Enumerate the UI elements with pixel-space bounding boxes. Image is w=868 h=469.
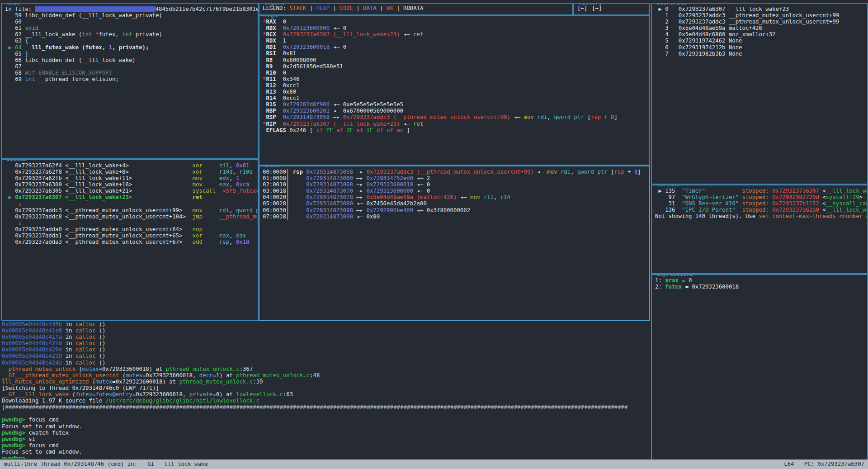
terminal-line: 1: $rax = 0 [655,277,867,284]
expressions-panel-body: 1: $rax = 02: futex = 0x729323600018 [652,275,867,460]
terminal-line: R15 0x729282d8f900 ◂— 0xe5e5e5e5e5e5e5e5 [263,101,649,108]
stack-panel: stack 00:0000│ rsp 0x729314873058 —▸ 0x7… [259,166,650,321]
legend-panel: legend LEGEND: STACK | HEAP | CODE | DAT… [259,3,573,15]
legend-panel-body: LEGEND: STACK | HEAP | CODE | DATA | WX … [259,4,572,14]
status-left: multi-thre Thread 0x7293148746 (cmd) In:… [4,461,208,467]
terminal-line: 04:0020│ 0x729314873078 —▸ 0x5e04d48ae59… [263,194,649,200]
terminal-line: 65 } [5,51,258,57]
terminal-line: 0x7293237a62f4 <__lll_lock_wake+4> xor s… [5,162,258,169]
terminal-line: *RIP 0x7293237a6307 (__lll_lock_wake+23)… [263,121,649,127]
terminal-line: 0x7293237addc3 <__pthread_mutex_unlock_u… [5,207,258,213]
terminal-line: 0x7293237a6305 <__lll_lock_wake+21> sysc… [5,188,258,194]
terminal-line: *RCX 0x7293237a6307 (__lll_lock_wake+23)… [263,31,649,38]
terminal-line: ↓ [5,220,258,226]
terminal-line: 63 { [5,38,258,44]
terminal-line: LEGEND: STACK | HEAP | CODE | DATA | WX … [263,5,572,11]
terminal-line: 3 0x5e04d48ae59a malloc+426 [655,25,867,31]
terminal-line: 07:0038│ 0x729314873090 ◂— 0x80 [263,213,649,220]
terminal-line: 62 __lll_lock_wake (int *futex, int priv… [5,31,258,38]
redacted-file-path [35,6,156,12]
terminal-line: pwndbg> focus cmd [2,442,648,449]
terminal-line: 0x00005e04d48c4239 in calloc () [2,353,648,359]
terminal-line: ▶ 64 lll_futex_wake (futex, 1, private); [5,44,258,51]
status-bar: multi-thre Thread 0x7293148746 (cmd) In:… [0,460,868,469]
terminal-line: 0x7293237a62fb <__lll_lock_wake+11> mov … [5,175,258,181]
log-area: 0x00005e04d48c435b in calloc ()0x00005e0… [2,321,648,459]
terminal-line: 02:0010│ 0x729314873068 —▸ 0x72932360001… [263,181,649,188]
terminal-line: 1 0x7293237addc3 __pthread_mutex_unlock_… [655,12,867,19]
terminal-line: pwndbg> focus cmd [2,417,648,423]
terminal-line: 0x7293237a6300 <__lll_lock_wake+16> mov … [5,181,258,188]
terminal-line: 0x00005e04d48c424a in calloc () [2,360,648,366]
terminal-line: RSI 0x81 [263,50,649,57]
disasm-panel-body: 0x7293237a62f4 <__lll_lock_wake+4> xor s… [2,160,258,320]
terminal-line: 0x7293237adda0 <__pthread_mutex_unlock_u… [5,226,258,232]
terminal-line: [#######################################… [2,404,648,410]
terminal-line: 2: futex = 0x729323600018 [655,284,867,290]
terminal-line: Downloading 1.97 K source file /usr/src/… [2,398,648,404]
terminal-line: Focus set to cmd window. [2,423,648,430]
terminal-line: EFLAGS 0x246 [ cf PF af ZF sf IF df of a… [263,127,649,133]
terminal-line: 60 [5,19,258,25]
backtrace-panel-body: ▶ 0 0x7293237a6307 __lll_lock_wake+23 1 … [652,4,867,184]
terminal-line: 0x00005e04d48c435b in calloc () [2,321,648,327]
terminal-line: *RAX 0 [263,19,649,25]
history-forward-button[interactable]: [→] [592,5,602,14]
terminal-line: lll_mutex_unlock_optimized (mutex=0x7293… [2,379,648,385]
terminal-line: __pthread_mutex_unlock (mutex=0x72932360… [2,366,648,372]
backtrace-panel: backtrace ▶ 0 0x7293237a6307 __lll_lock_… [651,3,868,185]
terminal-line: R12 0xcc1 [263,82,649,89]
regs-panel-body: *RAX 0 RBX 0x729323600000 ◂— 0*RCX 0x729… [259,16,649,165]
terminal-line: ▶ 0 0x7293237a6307 __lll_lock_wake+23 [655,6,867,12]
terminal-line: Focus set to cmd window. [2,449,648,455]
terminal-line: RBP 0x729323600201 ◂— 0x6700000569000000 [263,108,649,114]
history-back-button[interactable]: [←] [577,5,587,14]
terminal-line: RBX 0x729323600000 ◂— 0 [263,25,649,31]
terminal-line: R8 0x80008000 [263,57,649,63]
terminal-line: R9 0x2d561850ed580e51 [263,63,649,70]
terminal-line: 7 0x72931982b3b3 None [655,51,867,57]
terminal-line: 67 [5,63,258,70]
terminal-line: 0x7293237a62f8 <__lll_lock_wake+8> xor r… [5,169,258,175]
terminal-line: 59 libc_hidden_def (__lll_lock_wake_priv… [5,12,258,19]
terminal-line: *R11 0x346 [263,76,649,82]
gdb-output-log: 0x00005e04d48c435b in calloc ()0x00005e0… [2,321,648,417]
terminal-line: R10 0 [263,70,649,76]
expressions-panel: expressions 1: $rax = 02: futex = 0x7293… [651,274,868,460]
terminal-line: [Switching to Thread 0x7293148746c0 (LWP… [2,385,648,391]
terminal-line: 4 0x5e04d48c6860 moz_xmalloc+32 [655,31,867,38]
terminal-line: 0x7293237addc8 <__pthread_mutex_unlock_u… [5,213,258,220]
terminal-line: __GI___lll_lock_wake (futex=futex@entry=… [2,391,648,398]
terminal-line: 06:0030│ 0x729314873088 —▸ 0x7292990be40… [263,207,649,213]
terminal-line: __GI___pthread_mutex_unlock_usercnt (mut… [2,372,648,379]
terminal-line: 61 void [5,25,258,31]
terminal-line: 136 "IPC I/O Parent" stopped: 0x7293237a… [655,207,867,213]
terminal-line: 0x7293237adda3 <__pthread_mutex_unlock_u… [5,239,258,245]
terminal-line: 66 libc_hidden_def (__lll_lock_wake) [5,57,258,63]
terminal-line: RDX 1 [263,38,649,44]
terminal-line: 05:0028│ 0x729314873080 ◂— 0x7456e45da42… [263,200,649,207]
terminal-line: RSP 0x729314873058 —▸ 0x7293237addc3 (__… [263,114,649,120]
threads-panel: threads ▶ 135 "Timer" stopped: 0x7293237… [651,185,868,274]
terminal-line: 03:0018│ 0x729314873070 —▸ 0x72932360000… [263,188,649,194]
terminal-line: R13 0x80 [263,89,649,95]
terminal-line: 0x00005e04d48c42fd in calloc () [2,340,648,346]
terminal-line: 31 "DNS Res~ver #16" stopped: 0x7293237b… [655,200,867,207]
disasm-panel: disasm 0x7293237a62f4 <__lll_lock_wake+4… [1,159,259,321]
terminal-line: Not showing 140 thread(s). Use set conte… [655,213,867,219]
threads-panel-body: ▶ 135 "Timer" stopped: 0x7293237a6307 <_… [652,185,867,273]
terminal-line: 2 0x7293237addc3 __pthread_mutex_unlock_… [655,19,867,25]
terminal-line: 69 int __pthread_force_elision; [5,76,258,82]
terminal-line: ▶ 135 "Timer" stopped: 0x7293237a6307 <_… [655,188,867,194]
regs-panel: regs *RAX 0 RBX 0x729323600000 ◂— 0*RCX … [259,15,650,166]
command-prompt-log[interactable]: pwndbg> focus cmdFocus set to cmd window… [2,417,648,459]
terminal-line [2,410,648,417]
terminal-line: 6 0x72931974212b None [655,44,867,51]
terminal-line: 0x7293237adda1 <__pthread_mutex_unlock_u… [5,232,258,239]
terminal-line: 68 #if ENABLE_ELISION_SUPPORT [5,70,258,76]
code-panel-body: In file: 4845db211e7b42c7176f9be21b8301e… [2,4,258,158]
terminal-line: 0x00005e04d48c41fa in calloc () [2,334,648,340]
terminal-line: 5 0x729319742462 None [655,38,867,44]
terminal-line: 0x00005e04d48c41e8 in calloc () [2,327,648,334]
terminal-line: 97 "WrGlyph~terizer" stopped: 0x72932382… [655,194,867,200]
